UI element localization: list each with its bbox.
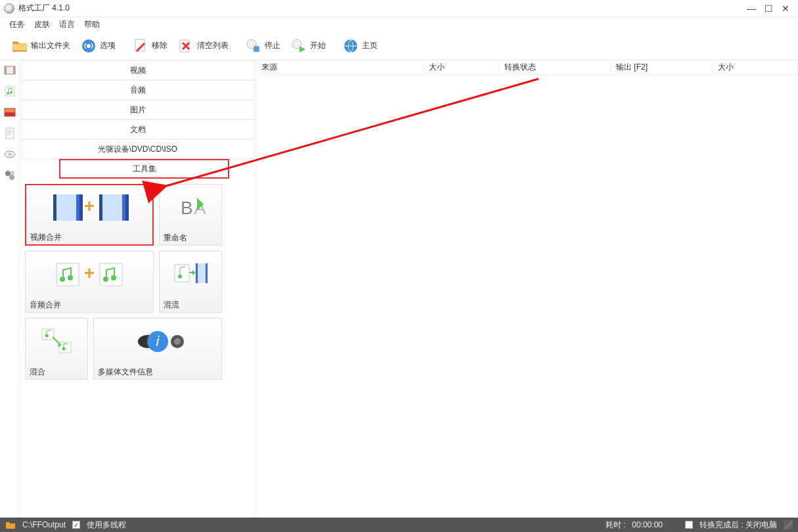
svg-rect-30: [53, 214, 56, 216]
svg-rect-24: [53, 194, 56, 221]
start-label: 开始: [310, 40, 326, 51]
category-audio[interactable]: 音频: [21, 80, 254, 100]
col-output[interactable]: 输出 [F2]: [611, 60, 713, 74]
svg-point-46: [178, 275, 182, 278]
stop-label: 停止: [265, 40, 280, 51]
multithread-label: 使用多线程: [87, 520, 126, 531]
start-button[interactable]: 开始: [286, 35, 331, 56]
svg-rect-27: [53, 200, 56, 202]
col-size[interactable]: 大小: [424, 60, 499, 74]
col-source[interactable]: 来源: [256, 60, 424, 74]
media-info-icon: i: [94, 319, 221, 365]
category-picture[interactable]: 图片: [21, 100, 254, 120]
col-size2[interactable]: 大小: [713, 60, 798, 74]
menu-skin[interactable]: 皮肤: [34, 19, 50, 30]
svg-point-13: [10, 91, 12, 94]
list-header: 来源 大小 转换状态 输出 [F2] 大小: [256, 60, 798, 75]
menu-task[interactable]: 任务: [9, 19, 25, 30]
remove-button[interactable]: 移除: [127, 35, 173, 56]
list-body[interactable]: [256, 75, 798, 518]
toolbar: 输出文件夹 选项 移除 清空列表 停止 开始 主页: [0, 32, 798, 60]
maximize-button[interactable]: ☐: [760, 2, 777, 15]
category-rom[interactable]: 光驱设备\DVD\CD\ISO: [21, 139, 254, 159]
stop-button[interactable]: 停止: [240, 35, 286, 56]
remove-label: 移除: [152, 40, 167, 51]
options-label: 选项: [100, 40, 116, 51]
svg-rect-15: [5, 112, 15, 116]
col-state[interactable]: 转换状态: [499, 60, 611, 74]
svg-rect-9: [5, 66, 7, 74]
category-document[interactable]: 文档: [21, 120, 254, 139]
output-path[interactable]: C:\FFOutput: [22, 520, 66, 529]
menu-language[interactable]: 语言: [59, 19, 75, 30]
category-panel: 视频 音频 图片 文档 光驱设备\DVD\CD\ISO 工具集 +: [20, 60, 256, 518]
clear-icon: [178, 38, 194, 54]
tool-rename[interactable]: B A 重命名: [159, 184, 222, 246]
side-icon-strip: [0, 60, 20, 518]
svg-point-20: [9, 175, 14, 180]
tool-video-joiner[interactable]: + 视频合并: [25, 184, 154, 246]
tool-media-info[interactable]: i 多媒体文件信息: [93, 318, 222, 380]
video-strip-icon[interactable]: [4, 64, 16, 76]
resize-grip[interactable]: [784, 520, 793, 529]
svg-rect-33: [102, 194, 122, 221]
category-toolbox[interactable]: 工具集: [59, 159, 229, 179]
minimize-button[interactable]: —: [743, 2, 760, 15]
svg-rect-28: [53, 205, 56, 207]
close-button[interactable]: ✕: [777, 2, 794, 15]
globe-icon: [343, 38, 359, 54]
homepage-label: 主页: [362, 40, 378, 51]
document-strip-icon[interactable]: [4, 127, 16, 139]
picture-strip-icon[interactable]: [4, 106, 16, 118]
tool-audio-joiner[interactable]: + 音频合并: [25, 251, 154, 313]
svg-text:+: +: [84, 196, 95, 216]
shutdown-checkbox[interactable]: [685, 521, 693, 529]
svg-point-21: [11, 171, 14, 175]
main-area: 视频 音频 图片 文档 光驱设备\DVD\CD\ISO 工具集 +: [0, 60, 798, 518]
homepage-button[interactable]: 主页: [338, 35, 383, 56]
output-folder-button[interactable]: 输出文件夹: [7, 35, 76, 56]
svg-rect-23: [56, 194, 76, 221]
svg-rect-16: [6, 128, 14, 139]
svg-point-44: [111, 275, 116, 280]
audio-strip-icon[interactable]: [4, 85, 16, 97]
category-video[interactable]: 视频: [21, 60, 254, 80]
tool-mux[interactable]: 混流: [159, 251, 222, 313]
tool-mux-label: 混流: [160, 298, 221, 312]
svg-point-1: [87, 44, 91, 48]
svg-rect-48: [198, 263, 206, 283]
svg-point-18: [9, 154, 11, 156]
svg-point-19: [5, 171, 11, 176]
svg-point-52: [62, 347, 66, 351]
clear-list-button[interactable]: 清空列表: [173, 35, 234, 56]
svg-rect-25: [79, 194, 83, 221]
remove-icon: [133, 38, 148, 54]
svg-rect-10: [13, 66, 15, 74]
tool-audio-joiner-label: 音频合并: [26, 298, 153, 312]
menu-help[interactable]: 帮助: [84, 19, 100, 30]
folder-status-icon[interactable]: [5, 520, 16, 529]
tool-video-joiner-label: 视频合并: [26, 230, 152, 244]
rename-icon: B A: [160, 185, 221, 231]
output-folder-label: 输出文件夹: [31, 40, 70, 51]
menu-bar: 任务 皮肤 语言 帮助: [0, 17, 798, 32]
svg-text:+: +: [84, 263, 95, 283]
svg-rect-35: [125, 194, 129, 221]
after-convert-label: 转换完成后 : 关闭电脑: [699, 520, 777, 531]
tool-mix-label: 混合: [26, 365, 87, 379]
svg-rect-42: [100, 263, 122, 286]
svg-point-50: [45, 334, 49, 338]
multithread-checkbox[interactable]: [72, 521, 80, 529]
disc-strip-icon[interactable]: [4, 148, 16, 160]
svg-text:B: B: [181, 198, 193, 218]
svg-rect-29: [53, 210, 56, 211]
elapsed-value: 00:00:00: [632, 520, 663, 529]
svg-point-54: [174, 338, 181, 345]
mux-icon: [160, 252, 221, 298]
tool-mix[interactable]: 混合: [25, 318, 88, 380]
mix-icon: [26, 319, 87, 365]
svg-point-40: [68, 275, 73, 280]
app-icon: [4, 3, 14, 14]
toolbox-strip-icon[interactable]: [4, 169, 16, 181]
options-button[interactable]: 选项: [76, 35, 121, 56]
